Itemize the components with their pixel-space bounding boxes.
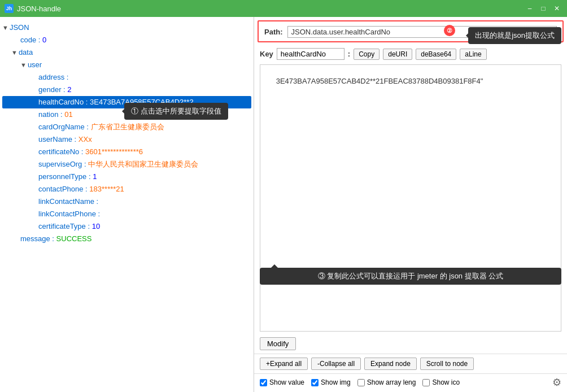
show-ico-checkbox-label[interactable]: Show ico	[422, 378, 460, 386]
expand-icon-user[interactable]: ▼	[20, 59, 27, 71]
list-item[interactable]: address :	[2, 71, 251, 84]
show-array-leng-checkbox-label[interactable]: Show array leng	[357, 378, 416, 386]
show-array-leng-checkbox[interactable]	[357, 379, 365, 386]
expand-icon-data[interactable]: ▼	[11, 46, 18, 59]
minimize-button[interactable]: –	[524, 3, 535, 14]
copy-button[interactable]: Copy	[354, 49, 380, 60]
key-input[interactable]	[277, 48, 344, 60]
val-gender: 2	[67, 84, 71, 96]
val-username: XXx	[78, 133, 92, 146]
val-superviseorg: 中华人民共和国家卫生健康委员会	[88, 158, 198, 171]
modify-row: Modify	[254, 334, 567, 354]
show-value-label: Show value	[269, 378, 304, 386]
list-item[interactable]: linkContactName :	[2, 195, 251, 208]
key-data: data	[19, 46, 33, 59]
checkbox-row: Show value Show img Show array leng Show…	[254, 373, 567, 392]
app-title: JSON-handle	[17, 5, 61, 13]
list-item[interactable]: contactPhone : 183*****21	[2, 183, 251, 195]
val-cardorgname: 广东省卫生健康委员会	[91, 121, 164, 133]
modify-button[interactable]: Modify	[260, 337, 296, 350]
key-healthcardno: healthCardNo :	[38, 96, 88, 108]
list-item[interactable]: gender : 2	[2, 84, 251, 96]
main-container: ▼ JSON code : 0 ▼ data ▼ user address : …	[0, 17, 567, 392]
tooltip-text-2: 出现的就是json提取公式	[475, 31, 555, 40]
scroll-to-node-button[interactable]: Scroll to node	[420, 358, 474, 370]
close-button[interactable]: ✕	[551, 3, 562, 14]
key-label: Key	[260, 50, 273, 58]
aline-button[interactable]: aLine	[460, 49, 486, 60]
key-nation: nation :	[38, 108, 63, 121]
tooltip-bubble-2: 出现的就是json提取公式	[468, 27, 561, 44]
expand-node-button[interactable]: Expand node	[364, 358, 417, 370]
expand-all-button[interactable]: +Expand all	[260, 358, 308, 370]
list-item[interactable]: certificateNo : 3601*************6	[2, 146, 251, 158]
val-certificateno: 3601*************6	[85, 146, 143, 158]
badge-2: ②	[444, 25, 455, 36]
deuri-button[interactable]: deURI	[383, 49, 412, 60]
show-ico-checkbox[interactable]	[422, 379, 430, 386]
key-superviseorg: superviseOrg :	[38, 158, 86, 171]
show-ico-label: Show ico	[432, 378, 460, 386]
tooltip-bubble-1: ① 点击选中所要提取字段值	[124, 103, 228, 120]
key-certificatetype: certificateType :	[38, 220, 90, 233]
show-img-label: Show img	[321, 378, 351, 386]
debase64-button[interactable]: deBase64	[416, 49, 456, 60]
key-linkcontactphone: linkContactPhone :	[38, 208, 100, 220]
key-certificateno: certificateNo :	[38, 146, 83, 158]
key-username: userName :	[38, 133, 76, 146]
window-controls: – □ ✕	[524, 3, 562, 14]
title-bar: Jh JSON-handle – □ ✕	[0, 0, 567, 17]
key-row: Key : Copy deURI deBase64 aLine	[254, 46, 567, 62]
list-item[interactable]: message : SUCCESS	[2, 233, 251, 245]
show-img-checkbox[interactable]	[311, 379, 319, 386]
show-value-checkbox[interactable]	[260, 379, 267, 386]
key-contactphone: contactPhone :	[38, 183, 88, 195]
gear-icon[interactable]: ⚙	[552, 376, 561, 389]
key-address: address :	[38, 71, 68, 84]
key-user: user	[28, 59, 42, 71]
path-label: Path:	[264, 28, 283, 36]
tooltip-bubble-3: ③ 复制此公式可以直接运用于 jmeter 的 json 提取器 公式	[260, 268, 561, 285]
key-personneltype: personnelType :	[38, 171, 91, 183]
tree-root[interactable]: ▼ JSON	[2, 21, 251, 34]
val-nation: 01	[64, 108, 72, 121]
tooltip-text-3: ③ 复制此公式可以直接运用于 jmeter 的 json 提取器 公式	[318, 272, 504, 280]
maximize-button[interactable]: □	[538, 3, 549, 14]
value-content: 3E473BA7A958E57CAB4D2**21FBEAC83788D4B09…	[276, 77, 483, 85]
val-personneltype: 1	[93, 171, 97, 183]
list-item[interactable]: cardOrgName : 广东省卫生健康委员会	[2, 121, 251, 133]
key-gender: gender :	[38, 84, 66, 96]
value-area[interactable]: 3E473BA7A958E57CAB4D2**21FBEAC83788D4B09…	[260, 64, 561, 332]
val-message: SUCCESS	[56, 233, 92, 245]
list-item[interactable]: superviseOrg : 中华人民共和国家卫生健康委员会	[2, 158, 251, 171]
bottom-toolbar: +Expand all -Collapse all Expand node Sc…	[254, 354, 567, 373]
key-linkcontactname: linkContactName :	[38, 195, 98, 208]
key-message: message :	[20, 233, 54, 245]
key-code: code :	[20, 34, 40, 46]
left-panel: ▼ JSON code : 0 ▼ data ▼ user address : …	[0, 17, 254, 392]
tooltip-text-1: ① 点击选中所要提取字段值	[131, 107, 221, 115]
tree-data[interactable]: ▼ data	[2, 46, 251, 59]
val-contactphone: 183*****21	[89, 183, 124, 195]
tree-user[interactable]: ▼ user	[2, 59, 251, 71]
app-icon: Jh	[5, 4, 14, 13]
val-code: 0	[42, 34, 46, 46]
colon-sep: :	[348, 50, 350, 58]
right-panel: 出现的就是json提取公式 ② Path: Key : Copy deURI d…	[254, 17, 567, 392]
key-cardorgname: cardOrgName :	[38, 121, 89, 133]
show-img-checkbox-label[interactable]: Show img	[311, 378, 351, 386]
list-item[interactable]: linkContactPhone :	[2, 208, 251, 220]
expand-icon-root[interactable]: ▼	[2, 21, 8, 34]
show-array-leng-label: Show array leng	[367, 378, 416, 386]
val-certificatetype: 10	[92, 220, 100, 233]
root-label: JSON	[10, 21, 29, 34]
show-value-checkbox-label[interactable]: Show value	[260, 378, 304, 386]
list-item[interactable]: userName : XXx	[2, 133, 251, 146]
collapse-all-button[interactable]: -Collapse all	[311, 358, 361, 370]
list-item[interactable]: code : 0	[2, 34, 251, 46]
list-item[interactable]: personnelType : 1	[2, 171, 251, 183]
list-item[interactable]: certificateType : 10	[2, 220, 251, 233]
